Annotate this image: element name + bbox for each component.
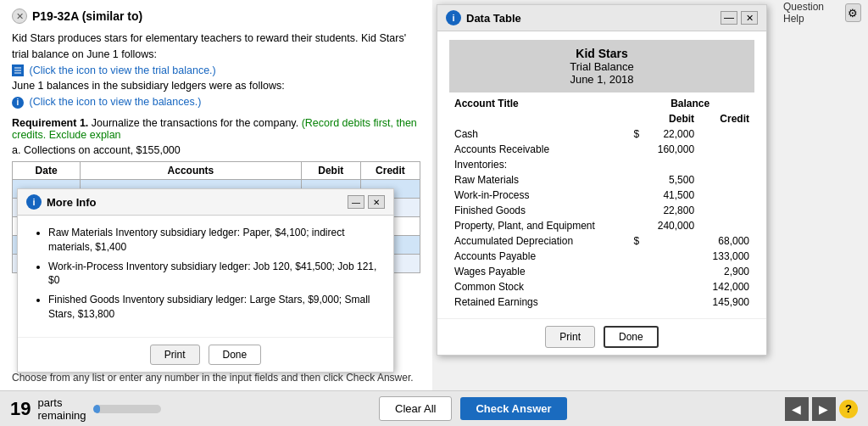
parts-label-area: parts remaining (37, 396, 86, 422)
problem-intro-text: Kid Stars produces stars for elementary … (12, 32, 406, 60)
dollar-sign (626, 142, 644, 157)
data-table-popup: i Data Table — ✕ Kid Stars Trial Balance… (437, 4, 767, 356)
data-table-header: i Data Table — ✕ (437, 5, 766, 31)
dollar-sign (626, 218, 644, 233)
data-table-controls: — ✕ (721, 11, 758, 25)
data-table-print-button[interactable]: Print (545, 326, 595, 348)
table-row: Finished Goods 22,800 (449, 203, 754, 218)
col-header-balance: Balance (626, 96, 754, 111)
debit-value: 22,000 (644, 126, 699, 142)
credit-value (699, 188, 754, 203)
dollar-sign (626, 279, 644, 294)
more-info-done-button[interactable]: Done (209, 345, 262, 365)
problem-intro: Kid Stars produces stars for elementary … (12, 31, 420, 110)
window-title: P19-32A (similar to) (32, 9, 142, 23)
dollar-sign (626, 203, 644, 218)
progress-fill (93, 405, 100, 413)
data-table-done-button[interactable]: Done (604, 326, 659, 348)
dollar-sign2: $ (626, 233, 644, 249)
journal-header-accounts: Accounts (81, 161, 302, 179)
company-header: Kid Stars Trial Balance June 1, 2018 (449, 40, 754, 92)
credit-value (699, 142, 754, 157)
progress-bar (93, 405, 161, 413)
account-title: Finished Goods (449, 203, 626, 218)
debit-value (644, 249, 699, 264)
data-table-body: Kid Stars Trial Balance June 1, 2018 Acc… (437, 31, 766, 318)
debit-value: 5,500 (644, 172, 699, 188)
popup-body: Raw Materials Inventory subsidiary ledge… (18, 216, 393, 337)
table-row: Property, Plant, and Equipment 240,000 (449, 218, 754, 233)
trial-balance-link[interactable]: (Click the icon to view the trial balanc… (12, 64, 216, 76)
popup-list: Raw Materials Inventory subsidiary ledge… (31, 226, 380, 322)
account-title: Accounts Payable (449, 249, 626, 264)
parts-remaining: 19 parts remaining (10, 396, 161, 422)
next-button[interactable]: ▶ (812, 397, 836, 421)
popup-title-text: More Info (47, 196, 97, 209)
debit-value: 41,500 (644, 188, 699, 203)
clear-all-button[interactable]: Clear All (379, 396, 452, 421)
credit-value (699, 126, 754, 142)
question-help-link[interactable]: Question Help (783, 1, 840, 25)
title-bar: ✕ P19-32A (similar to) (12, 8, 420, 24)
close-window-button[interactable]: ✕ (12, 8, 27, 24)
trial-balance-date: June 1, 2018 (456, 73, 748, 86)
list-item: Finished Goods Inventory subsidiary ledg… (48, 293, 380, 322)
journal-header-debit: Debit (301, 161, 360, 179)
trial-balance-link-text: (Click the icon to view the trial balanc… (29, 64, 215, 76)
table-row: Work-in-Process 41,500 (449, 188, 754, 203)
table-row: Accumulated Depreciation $ 68,000 (449, 233, 754, 249)
bottom-center: Clear All Check Answer (379, 396, 567, 421)
account-title: Cash (449, 126, 626, 142)
close-popup-button[interactable]: ✕ (368, 195, 385, 209)
account-title: Property, Plant, and Equipment (449, 218, 626, 233)
parts-label-line1: parts (37, 396, 86, 409)
credit-value: 142,000 (699, 279, 754, 294)
dollar-sign (626, 172, 644, 188)
bottom-bar: 19 parts remaining Clear All Check Answe… (0, 390, 868, 426)
credit-value (699, 203, 754, 218)
credit-value: 2,900 (699, 264, 754, 279)
account-title: Accounts Receivable (449, 142, 626, 157)
check-answer-button[interactable]: Check Answer (460, 397, 566, 420)
requirement-label: Requirement 1. (12, 117, 88, 129)
parts-number: 19 (10, 398, 31, 420)
debit-value (644, 157, 699, 172)
debit-value (644, 264, 699, 279)
table-row: Raw Materials 5,500 (449, 172, 754, 188)
minimize-button[interactable]: — (348, 195, 364, 209)
popup-controls: — ✕ (348, 195, 385, 209)
subsidiary-text: June 1 balances in the subsidiary ledger… (12, 80, 285, 92)
prev-button[interactable]: ◀ (785, 397, 809, 421)
popup-title: i More Info (26, 194, 97, 210)
data-table-title: Data Table (466, 12, 521, 25)
trial-balance-label: Trial Balance (456, 60, 748, 73)
journal-header-date: Date (13, 161, 81, 179)
debit-value: 160,000 (644, 142, 699, 157)
debit-value: 240,000 (644, 218, 699, 233)
list-item: Raw Materials Inventory subsidiary ledge… (48, 226, 380, 255)
col-header-debit: Debit (644, 111, 699, 126)
credit-value: 68,000 (699, 233, 754, 249)
data-table-minimize-button[interactable]: — (721, 11, 737, 25)
list-item: Work-in-Process Inventory subsidiary led… (48, 260, 380, 289)
data-table-close-button[interactable]: ✕ (741, 11, 758, 25)
col-header-account: Account Title (449, 96, 626, 111)
nav-controls: ◀ ▶ ? (785, 397, 858, 421)
debit-value (644, 233, 699, 249)
subsidiary-link-text: (Click the icon to view the balances.) (29, 96, 201, 108)
data-table-footer: Print Done (437, 318, 766, 355)
account-title: Retained Earnings (449, 294, 626, 310)
requirement-text: Requirement 1. Journalize the transactio… (12, 117, 420, 141)
account-title: Common Stock (449, 279, 626, 294)
col-header-empty (449, 111, 626, 126)
col-header-empty2 (626, 111, 644, 126)
credit-value: 145,900 (699, 294, 754, 310)
subsidiary-link[interactable]: i (Click the icon to view the balances.) (12, 96, 201, 108)
gear-button[interactable]: ⚙ (845, 3, 861, 22)
data-table-title-area: i Data Table (446, 10, 521, 25)
collections-label: a. Collections on account, $155,000 (12, 144, 420, 156)
help-button[interactable]: ? (839, 400, 858, 418)
dollar-sign (626, 157, 644, 172)
requirement-desc: Journalize the transactions for the comp… (92, 117, 302, 129)
more-info-print-button[interactable]: Print (150, 345, 200, 365)
